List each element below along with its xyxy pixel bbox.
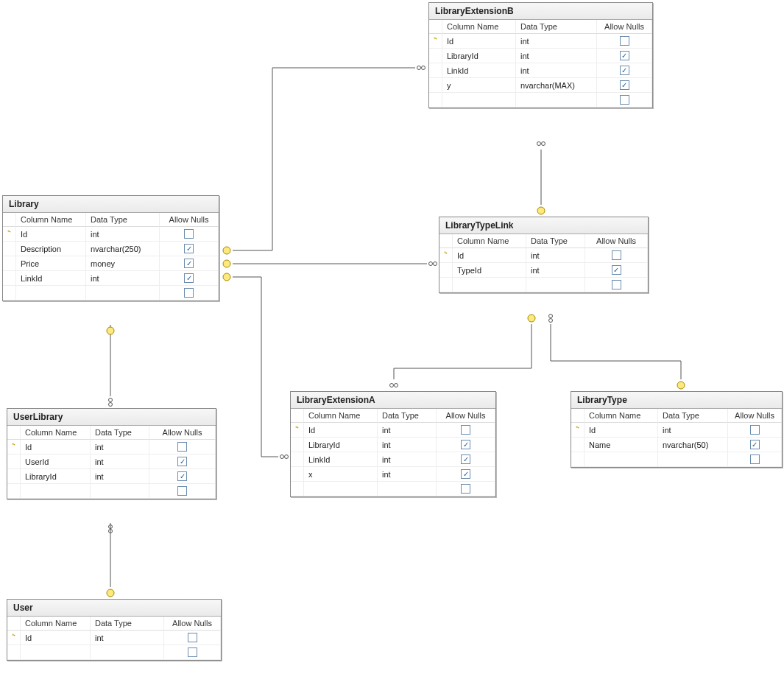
allow-nulls-cell[interactable] [728, 438, 782, 452]
pk-cell [429, 78, 442, 93]
column-name-cell[interactable]: Price [16, 256, 86, 271]
column-name-cell[interactable]: Id [585, 423, 658, 438]
allow-nulls-cell[interactable] [597, 49, 652, 63]
table-library-extension-b[interactable]: LibraryExtensionBColumn NameData TypeAll… [428, 2, 653, 108]
data-type-cell[interactable]: nvarchar(MAX) [516, 78, 597, 93]
data-type-cell[interactable]: int [91, 631, 164, 645]
data-type-cell[interactable]: nvarchar(250) [86, 242, 160, 256]
checkbox-icon[interactable] [177, 471, 187, 481]
column-name-cell[interactable]: y [442, 78, 516, 93]
checkbox-icon[interactable] [184, 259, 194, 268]
checkbox-icon[interactable] [612, 250, 621, 260]
table-library-type-link[interactable]: LibraryTypeLinkColumn NameData TypeAllow… [439, 217, 649, 293]
checkbox-icon[interactable] [184, 244, 194, 253]
table-title: LibraryTypeLink [439, 217, 648, 234]
primary-key-icon [444, 251, 448, 260]
checkbox-icon[interactable] [188, 633, 197, 642]
allow-nulls-cell[interactable] [160, 271, 219, 286]
checkbox-icon[interactable] [620, 36, 629, 46]
data-type-cell[interactable]: int [526, 248, 585, 263]
column-name-cell[interactable]: LibraryId [21, 469, 91, 484]
data-type-cell[interactable]: int [86, 227, 160, 242]
data-type-cell[interactable]: nvarchar(50) [658, 438, 728, 452]
allow-nulls-cell[interactable] [160, 256, 219, 271]
table-user-library[interactable]: UserLibraryColumn NameData TypeAllow Nul… [7, 408, 216, 499]
column-name-cell[interactable]: Id [16, 227, 86, 242]
column-name-cell[interactable]: Name [585, 438, 658, 452]
data-type-cell[interactable]: int [516, 49, 597, 63]
column-name-cell[interactable]: LibraryId [304, 438, 378, 452]
allow-nulls-cell[interactable] [160, 242, 219, 256]
checkbox-icon[interactable] [620, 80, 629, 90]
data-type-cell[interactable]: int [378, 467, 437, 482]
data-type-cell[interactable]: int [378, 452, 437, 467]
table-library-extension-a[interactable]: LibraryExtensionAColumn NameData TypeAll… [290, 391, 496, 497]
checkbox-icon[interactable] [177, 486, 187, 496]
column-name-cell[interactable]: UserId [21, 454, 91, 469]
allow-nulls-cell[interactable] [164, 631, 221, 645]
data-type-cell[interactable]: int [378, 423, 437, 438]
data-type-cell[interactable]: int [91, 440, 149, 454]
column-name-cell[interactable]: x [304, 467, 378, 482]
allow-nulls-cell[interactable] [437, 438, 495, 452]
checkbox-icon[interactable] [184, 229, 194, 239]
checkbox-icon[interactable] [177, 442, 187, 452]
allow-nulls-cell[interactable] [437, 452, 495, 467]
allow-nulls-cell[interactable] [597, 34, 652, 49]
data-type-cell[interactable]: int [91, 454, 149, 469]
checkbox-icon[interactable] [184, 273, 194, 283]
allow-nulls-cell[interactable] [597, 78, 652, 93]
column-name-cell[interactable]: LinkId [16, 271, 86, 286]
checkbox-icon[interactable] [188, 647, 197, 657]
checkbox-icon[interactable] [461, 425, 470, 435]
data-type-cell[interactable]: money [86, 256, 160, 271]
allow-nulls-cell[interactable] [160, 227, 219, 242]
column-name-cell[interactable]: TypeId [453, 263, 526, 278]
data-type-cell[interactable]: int [526, 263, 585, 278]
checkbox-icon[interactable] [620, 95, 629, 105]
column-name-cell[interactable]: Description [16, 242, 86, 256]
checkbox-icon[interactable] [612, 280, 621, 289]
header-column-name: Column Name [442, 20, 516, 34]
diagram-canvas[interactable]: LibraryExtensionBColumn NameData TypeAll… [0, 0, 784, 688]
allow-nulls-cell[interactable] [149, 440, 216, 454]
pk-cell [7, 631, 21, 645]
allow-nulls-cell[interactable] [585, 248, 648, 263]
checkbox-icon[interactable] [620, 66, 629, 75]
column-name-cell[interactable]: LibraryId [442, 49, 516, 63]
allow-nulls-cell[interactable] [585, 263, 648, 278]
table-library[interactable]: LibraryColumn NameData TypeAllow NullsId… [2, 195, 219, 301]
allow-nulls-cell[interactable] [149, 469, 216, 484]
table-user[interactable]: UserColumn NameData TypeAllow NullsIdint [7, 599, 222, 661]
checkbox-icon[interactable] [612, 265, 621, 275]
checkbox-icon[interactable] [620, 51, 629, 60]
checkbox-icon[interactable] [177, 457, 187, 466]
column-name-cell[interactable]: LinkId [442, 63, 516, 78]
checkbox-icon[interactable] [750, 440, 760, 449]
data-type-cell[interactable]: int [516, 63, 597, 78]
data-type-cell[interactable]: int [378, 438, 437, 452]
allow-nulls-cell[interactable] [149, 454, 216, 469]
checkbox-icon[interactable] [750, 425, 760, 435]
checkbox-icon[interactable] [461, 440, 470, 449]
checkbox-icon[interactable] [461, 454, 470, 464]
allow-nulls-cell[interactable] [437, 467, 495, 482]
data-type-cell[interactable]: int [516, 34, 597, 49]
column-name-cell[interactable]: Id [453, 248, 526, 263]
data-type-cell[interactable]: int [658, 423, 728, 438]
data-type-cell[interactable]: int [86, 271, 160, 286]
checkbox-icon[interactable] [461, 469, 470, 479]
allow-nulls-cell[interactable] [728, 423, 782, 438]
checkbox-icon[interactable] [461, 484, 470, 494]
column-name-cell[interactable]: Id [21, 631, 91, 645]
column-name-cell[interactable]: Id [304, 423, 378, 438]
allow-nulls-cell[interactable] [437, 423, 495, 438]
checkbox-icon[interactable] [184, 288, 194, 298]
data-type-cell[interactable]: int [91, 469, 149, 484]
column-name-cell[interactable]: LinkId [304, 452, 378, 467]
column-name-cell[interactable]: Id [21, 440, 91, 454]
column-name-cell[interactable]: Id [442, 34, 516, 49]
table-library-type[interactable]: LibraryTypeColumn NameData TypeAllow Nul… [571, 391, 783, 468]
allow-nulls-cell[interactable] [597, 63, 652, 78]
checkbox-icon[interactable] [750, 454, 760, 464]
